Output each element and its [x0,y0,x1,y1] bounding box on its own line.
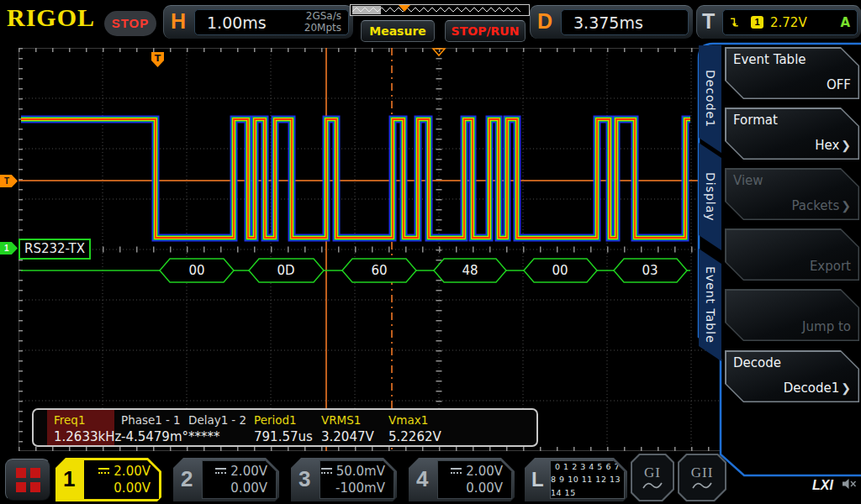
memory-waveform-icon [351,5,529,15]
menu-button-view: View Packets❯ [725,168,859,220]
measurement-period[interactable]: Period1 791.57us [247,410,314,445]
decode-byte: 60 [371,263,387,278]
measure-button[interactable]: Measure [361,20,435,42]
acquisition-info: 2GSa/s 20Mpts [304,11,348,34]
menu-button-export: Export [725,228,859,281]
menu-button-decode[interactable]: Decode Decode1❯ [725,350,859,402]
generator1-button[interactable]: GI [631,454,674,501]
stop-run-button[interactable]: STOP/RUN [445,20,526,42]
menu-button-jump-to: Jump to [725,289,859,341]
measurement-phase[interactable]: Phase1- 1 -4.5479m° [114,410,182,445]
dc-coupling-icon [451,468,462,474]
channel1-waveform [21,119,690,238]
tab-event-table[interactable]: Event Table [699,249,721,361]
trigger-position-indicator-icon [399,5,410,12]
chevron-right-icon: ❯ [841,199,851,213]
menu-button-format[interactable]: Format Hex❯ [725,108,859,160]
rigol-logo: RIGOL [7,3,95,32]
delay-panel[interactable]: D 3.375ms [530,5,693,39]
logic-channels-button[interactable]: L 0 1 2 3 4 5 6 7 8 9 10 11 12 13 14 15 [525,458,627,501]
tab-decode1[interactable]: Decode1 [699,45,721,153]
sine-wave-icon [692,481,712,491]
channel3-scale: 50.0mV [336,463,385,480]
svg-text:T: T [155,53,161,64]
trigger-source-badge: 1 [751,16,763,29]
channel4-button[interactable]: 4 2.00V 0.00V [409,458,515,501]
horizontal-panel[interactable]: H 1.00ms 2GSa/s 20Mpts [163,5,353,39]
trigger-level-marker[interactable]: T [0,175,18,187]
sine-wave-icon [642,481,663,491]
oscilloscope-screen: T 00 0D 60 48 00 [0,0,861,504]
channel2-offset: 0.00V [230,480,267,496]
timebase-value: 1.00ms [195,13,267,32]
memory-position-bar[interactable] [350,4,530,16]
channel1-offset: 0.00V [114,480,151,496]
falling-edge-icon [730,17,741,28]
measurement-freq[interactable]: Freq1 1.2633kHz [47,410,114,445]
logic-channels-row1: 0 1 2 3 4 5 6 7 [555,460,620,473]
memory-depth: 20Mpts [304,22,341,34]
dc-coupling-icon [98,468,109,474]
measurement-vrms[interactable]: VRMS1 3.2047V [314,410,382,445]
decode-byte: 0D [277,263,294,278]
channel2-scale: 2.00V [230,463,267,480]
decode-position-marker[interactable]: 1 [0,242,18,255]
horizontal-label: H [171,9,186,34]
measurement-delay[interactable]: Delay1- 2 ***** [182,410,247,445]
measurement-vmax[interactable]: Vmax1 5.2262V [382,410,483,445]
channel3-offset: -100mV [335,480,385,496]
dc-coupling-icon [215,468,226,474]
channel4-scale: 2.00V [466,463,503,480]
tab-display[interactable]: Display [699,143,721,250]
measurement-panel: Freq1 1.2633kHz Phase1- 1 -4.5479m° Dela… [32,408,538,447]
main-menu-button[interactable] [5,459,50,501]
run-state-badge: STOP [104,11,156,36]
speaker-muted-icon [841,477,858,491]
chevron-right-icon: ❯ [841,381,851,395]
decode-byte: 48 [462,263,478,278]
channel3-button[interactable]: 3 50.0mV -100mV [291,458,397,501]
delay-label: D [537,9,552,34]
sample-rate: 2GSa/s [306,10,341,22]
logic-channels-row2: 8 9 10 11 12 13 14 15 [551,473,624,498]
lxi-logo: LXI [812,478,833,493]
menu-grid-icon [16,468,40,492]
decode-byte: 03 [642,263,658,278]
channel1-button[interactable]: 1 2.00V 0.00V [55,458,161,501]
channel4-offset: 0.00V [466,480,503,496]
channel1-scale: 2.00V [114,463,151,480]
generator2-button[interactable]: GII [678,454,726,501]
trigger-panel[interactable]: T 1 2.72V A [696,5,861,39]
decode-protocol-label: RS232-TX [18,239,91,260]
trigger-position-flag-icon[interactable]: T [151,52,164,67]
trigger-sweep-mode: A [840,15,850,30]
trigger-label: T [702,9,715,34]
menu-button-event-table[interactable]: Event Table OFF [725,47,859,99]
delay-value: 3.375ms [562,13,643,32]
chevron-right-icon: ❯ [841,139,851,152]
decode-bus: 00 0D 60 48 00 03 [21,259,690,282]
dc-coupling-icon [321,468,332,474]
decode-byte: 00 [188,263,204,278]
decode-byte: 00 [552,263,568,278]
channel2-button[interactable]: 2 2.00V 0.00V [173,458,279,501]
trigger-level-value: 2.72V [770,15,807,30]
